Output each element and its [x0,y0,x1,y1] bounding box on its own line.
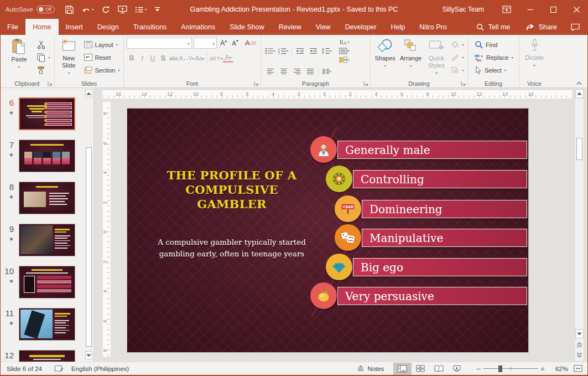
bullets-button[interactable]: ▾ [264,45,277,56]
thumbnail-image[interactable] [19,182,75,214]
clear-formatting-button[interactable]: A⌫ [245,38,256,49]
profile-bar-manipulative[interactable]: Manipulative [362,229,527,247]
profile-bar-very-persuasive[interactable]: Very persuasive [337,287,527,305]
collapse-ribbon-button[interactable] [576,81,582,85]
arrange-button[interactable]: Arrange▾ [398,37,423,79]
dice-icon[interactable] [335,224,361,251]
paragraph-dialog-launcher[interactable] [363,81,368,86]
lemon-icon[interactable] [310,282,337,309]
profile-bar-big-ego[interactable]: Big ego [353,258,527,276]
thumbnail-slide-6[interactable]: 6★ [0,97,93,140]
save-icon[interactable] [65,5,74,14]
tab-nitro-pro[interactable]: Nitro Pro [412,19,454,35]
slide-sorter-view-button[interactable] [412,363,430,375]
new-slide-dropdown-icon[interactable]: ▾ [67,71,70,75]
font-color-button[interactable]: A▾ [223,54,233,63]
line-spacing-button[interactable]: ▾ [320,45,333,56]
normal-view-button[interactable] [393,363,412,375]
customize-qat-icon[interactable] [154,7,160,12]
underline-button[interactable]: U [148,53,158,64]
language-indicator[interactable]: English (Philippines) [71,365,129,372]
align-center-button[interactable] [277,65,290,77]
shapes-button[interactable]: Shapes▾ [372,37,398,79]
zoom-in-button[interactable]: + [540,364,545,373]
shape-fill-button[interactable]: ▾ [449,38,466,51]
thumbnail-image[interactable] [19,224,75,256]
bar-sign-icon[interactable]: BAR [335,195,361,222]
numbering-button[interactable]: 123▾ [277,45,290,56]
bold-button[interactable]: B [127,53,137,64]
tab-help[interactable]: Help [384,19,413,35]
repeat-icon[interactable] [102,6,110,14]
undo-button[interactable]: ▾ [82,6,94,13]
select-button[interactable]: Select▾ [473,64,517,76]
thumbnail-slide-12[interactable]: 12★ [0,350,93,362]
reset-button[interactable]: Reset [82,51,122,64]
slide-title[interactable]: THE PROFILE OF A COMPULSIVE GAMBLER [159,168,304,212]
drawing-dialog-launcher[interactable] [461,81,466,86]
roulette-icon[interactable] [326,166,352,192]
new-slide-button[interactable]: New Slide ▾ [56,37,81,79]
section-button[interactable]: Section▾ [82,64,122,76]
thumbnail-slide-10[interactable]: 10★ [0,266,93,308]
diamond-icon[interactable] [326,254,352,280]
profile-bar-controlling[interactable]: Controlling [353,170,527,188]
profile-bar-generally-male[interactable]: Generally male [337,141,527,159]
comments-button[interactable] [563,19,588,35]
columns-button[interactable]: ▾ [320,65,333,77]
undo-dropdown-icon[interactable]: ▾ [92,7,94,11]
share-button[interactable]: Share [520,19,563,35]
tab-animations[interactable]: Animations [174,19,222,35]
align-text-button[interactable]: ▾ [338,47,351,55]
main-scroll-up-button[interactable] [575,89,584,98]
tab-insert[interactable]: Insert [59,19,90,35]
shape-effects-button[interactable]: ▾ [449,64,466,76]
list-numbering-button[interactable]: ▾ [135,6,147,13]
character-spacing-button[interactable]: A↔V▾ [179,53,194,64]
thumbnail-image[interactable] [19,140,75,172]
text-direction-button[interactable]: A▾ [338,38,351,46]
highlight-color-button[interactable]: ab✎▾ [210,53,222,64]
vertical-ruler[interactable]: 864202468 [102,101,111,357]
close-button[interactable] [565,0,588,19]
thumbnail-slide-7[interactable]: 7★ [0,140,93,182]
slide-indicator[interactable]: Slide 6 of 24 [7,365,42,372]
justify-button[interactable] [304,65,316,77]
profile-bar-domineering[interactable]: Domineering [362,200,527,218]
zoom-out-button[interactable]: − [476,364,481,373]
notes-button[interactable]: Notes [357,365,384,372]
ribbon-display-options-button[interactable] [495,0,518,19]
previous-slide-button[interactable] [575,341,584,349]
thumbnail-scroll-down-button[interactable] [85,351,92,359]
tab-home[interactable]: Home [25,19,58,35]
maximize-button[interactable] [542,0,565,19]
tab-slide-show[interactable]: Slide Show [222,19,272,35]
thumbnail-slide-11[interactable]: 11★ [0,308,93,350]
thumbnail-image[interactable] [19,266,75,298]
fit-to-window-button[interactable] [574,365,582,372]
increase-indent-button[interactable] [307,45,320,56]
reading-view-button[interactable] [430,363,448,375]
paste-button[interactable]: Paste ▾ [6,37,32,79]
main-scrollbar[interactable] [575,89,584,360]
tab-design[interactable]: Design [90,19,126,35]
thumbnail-scroll-thumb[interactable] [86,147,92,347]
increase-font-size-button[interactable]: A▴ [218,38,228,49]
horizontal-ruler[interactable]: 1614121086420246810121416 [102,90,573,99]
tab-developer[interactable]: Developer [338,19,384,35]
next-slide-button[interactable] [575,351,584,359]
zoom-slider[interactable] [483,363,538,375]
list-dropdown-icon[interactable]: ▾ [145,7,147,11]
person-icon[interactable] [310,136,337,163]
cut-button[interactable] [35,38,52,51]
decrease-font-size-button[interactable]: A▾ [230,38,240,49]
dictate-button[interactable]: Dictate▾ [522,37,548,68]
zoom-level[interactable]: 62% [551,365,568,372]
main-scroll-thumb[interactable] [576,138,582,160]
thumbnail-slide-9[interactable]: 9★ [0,224,93,266]
thumbnail-slide-8[interactable]: 8★ [0,182,93,224]
thumbnail-image[interactable] [19,97,75,130]
copy-button[interactable]: ▾ [35,51,52,64]
zoom-slider-thumb[interactable] [498,365,502,372]
find-button[interactable]: Find [473,38,517,51]
